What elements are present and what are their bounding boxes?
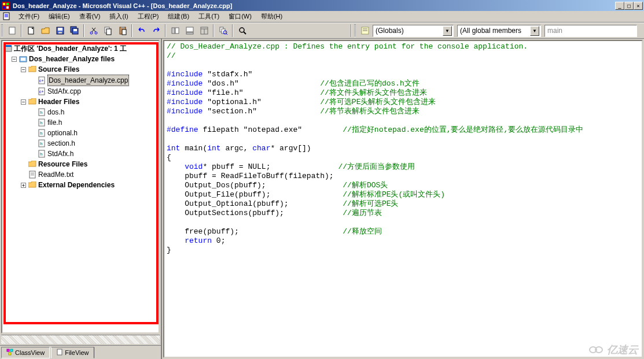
- undo-button[interactable]: [135, 24, 148, 37]
- svg-text:h: h: [40, 110, 42, 115]
- svg-rect-26: [121, 27, 124, 28]
- svg-rect-70: [7, 349, 9, 351]
- maximize-button[interactable]: □: [624, 2, 634, 10]
- title-bar: Dos_header_Analyze - Microsoft Visual C+…: [0, 0, 644, 11]
- code-preprocessor: #include: [167, 107, 203, 116]
- code-comment: // Dos_Header_Analyze.cpp : Defines the …: [167, 42, 528, 51]
- context-button[interactable]: [358, 24, 371, 37]
- h-file-icon: h: [37, 129, 46, 137]
- svg-marker-48: [28, 66, 36, 72]
- svg-rect-2: [6, 3, 9, 5]
- windows-button[interactable]: [197, 24, 211, 37]
- save-all-button[interactable]: [68, 24, 81, 37]
- collapse-icon[interactable]: −: [12, 57, 17, 62]
- tree-file-item[interactable]: hsection.h: [3, 138, 157, 149]
- close-button[interactable]: ✕: [634, 2, 643, 10]
- tree-file-item[interactable]: ReadMe.txt: [3, 169, 157, 180]
- menu-edit[interactable]: 编辑(E): [44, 11, 75, 22]
- save-button[interactable]: [53, 24, 67, 37]
- menu-build[interactable]: 组建(B): [163, 11, 194, 22]
- code-comment: //解析可选PE头: [343, 199, 398, 208]
- svg-rect-3: [3, 6, 5, 9]
- tree-file-item[interactable]: hoptional.h: [3, 128, 157, 138]
- new-button[interactable]: [24, 24, 38, 37]
- tree-workspace[interactable]: 工作区 'Dos_header_Analyze': 1 工: [3, 43, 157, 54]
- code-comment: //释放空间: [343, 227, 382, 236]
- paste-button[interactable]: [116, 24, 129, 37]
- tree-file-item[interactable]: hStdAfx.h: [3, 149, 157, 159]
- h-file-icon: h: [37, 139, 46, 147]
- toolbar-grip-2[interactable]: [354, 24, 356, 37]
- h-file-icon: h: [37, 108, 46, 116]
- tree-label: dos.h: [47, 107, 64, 117]
- menu-tools[interactable]: 工具(T): [194, 11, 224, 22]
- toolbar: (Globals) ▼ (All global members ▼ main: [0, 23, 644, 39]
- tree-external-folder[interactable]: + External Dependencies: [3, 180, 157, 190]
- svg-rect-45: [5, 45, 12, 47]
- tree-label: External Dependencies: [38, 180, 115, 190]
- tab-label: ClassView: [15, 349, 45, 356]
- expand-icon[interactable]: +: [21, 183, 26, 188]
- output-button[interactable]: [183, 24, 196, 37]
- tree-file-item[interactable]: c+ StdAfx.cpp: [3, 86, 157, 97]
- code-editor[interactable]: // Dos_Header_Analyze.cpp : Defines the …: [163, 40, 643, 358]
- svg-text:h: h: [40, 141, 42, 146]
- tree-source-folder[interactable]: − Source Files: [3, 64, 157, 75]
- code-text: * argv[]): [270, 144, 311, 153]
- toolbar-grip[interactable]: [1, 24, 3, 37]
- minimize-button[interactable]: _: [615, 2, 624, 10]
- code-comment: //方便后面当参数使用: [338, 162, 415, 171]
- redo-button[interactable]: [149, 24, 163, 37]
- svg-rect-27: [122, 29, 126, 35]
- watermark-text: 亿速云: [607, 343, 638, 357]
- function-combo-text: main: [547, 27, 635, 35]
- members-combo[interactable]: (All global members ▼: [457, 25, 541, 37]
- svg-rect-65: [30, 171, 35, 178]
- code-text: "dos.h": [203, 79, 238, 88]
- find-in-files-button[interactable]: [216, 24, 230, 37]
- code-comment: //指定好notepad.exe的位置,要么是绝对路径,要么放在源代码目录中: [343, 125, 583, 134]
- fileview-icon: [56, 349, 63, 357]
- copy-button[interactable]: [101, 24, 115, 37]
- cut-button[interactable]: [87, 24, 100, 37]
- scope-combo-text: (Globals): [376, 27, 443, 35]
- menu-window[interactable]: 窗口(W): [224, 11, 256, 22]
- tree-label: ReadMe.txt: [38, 169, 73, 180]
- svg-rect-9: [9, 27, 15, 34]
- workspace-tabs: ClassView FileView: [0, 345, 161, 359]
- scope-combo[interactable]: (Globals) ▼: [373, 25, 454, 37]
- tree-horizontal-scrollbar[interactable]: [1, 335, 160, 344]
- code-keyword: return: [185, 236, 212, 245]
- tree-file-item[interactable]: hdos.h: [3, 107, 157, 117]
- code-keyword: int: [207, 144, 220, 153]
- open-button[interactable]: [39, 24, 52, 37]
- menu-insert[interactable]: 插入(I): [105, 11, 133, 22]
- svg-rect-18: [73, 29, 77, 31]
- code-comment: //: [167, 51, 176, 60]
- new-text-button[interactable]: [5, 24, 19, 37]
- file-tree[interactable]: 工作区 'Dos_header_Analyze': 1 工 − Dos_head…: [1, 40, 160, 334]
- collapse-icon[interactable]: −: [21, 67, 26, 72]
- code-text: Output_Dos(pbuff);: [185, 181, 266, 190]
- collapse-icon[interactable]: −: [21, 99, 26, 105]
- tab-classview[interactable]: ClassView: [1, 347, 50, 358]
- tree-file-item[interactable]: hfile.h: [3, 117, 157, 128]
- tree-resource-folder[interactable]: Resource Files: [3, 159, 157, 169]
- menu-view[interactable]: 查看(V): [75, 11, 105, 22]
- workspace-icon: [3, 45, 13, 53]
- members-combo-text: (All global members: [460, 27, 530, 35]
- menu-project[interactable]: 工程(P): [133, 11, 164, 22]
- svg-rect-15: [58, 32, 62, 34]
- tree-file-item[interactable]: c+ Dos_header_Analyze.cpp: [3, 75, 157, 86]
- folder-icon: [28, 98, 37, 106]
- find-button[interactable]: [235, 24, 249, 37]
- tree-label: 工作区 'Dos_header_Analyze': 1 工: [14, 43, 127, 54]
- menu-file[interactable]: 文件(F): [14, 11, 44, 22]
- tree-header-folder[interactable]: − Header Files: [3, 97, 157, 107]
- tab-fileview[interactable]: FileView: [51, 347, 94, 358]
- tree-project[interactable]: − Dos_header_Analyze files: [3, 54, 157, 64]
- menu-help[interactable]: 帮助(H): [256, 11, 287, 22]
- workspace-button[interactable]: [168, 24, 182, 37]
- svg-line-40: [244, 32, 246, 34]
- function-combo[interactable]: main: [544, 25, 637, 37]
